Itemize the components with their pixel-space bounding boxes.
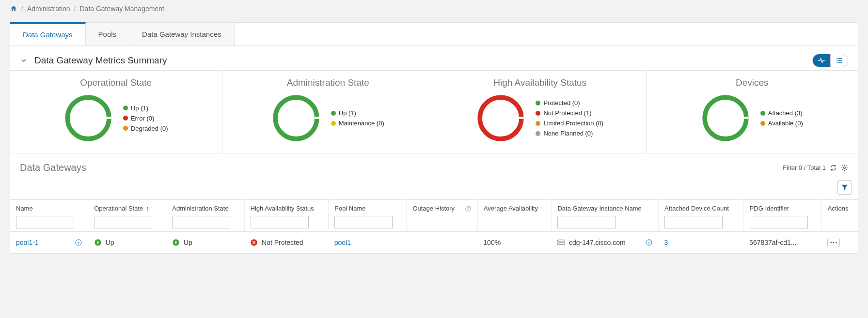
column-filter-input[interactable] — [172, 216, 230, 228]
gateway-name-link[interactable]: pool1-1 — [16, 239, 39, 246]
legend-item[interactable]: Maintenance (0) — [331, 120, 384, 127]
filter-icon — [841, 183, 849, 191]
donut-chart — [272, 94, 320, 142]
instance-name: cdg-147.cisco.com — [569, 239, 626, 246]
row-actions-button[interactable] — [827, 238, 840, 247]
svg-point-30 — [831, 242, 832, 243]
column-filter-input[interactable] — [664, 216, 723, 228]
column-header[interactable]: Attached Device Count — [659, 200, 744, 232]
pdg-id-cell: 567837af-cd1... — [743, 232, 821, 254]
avg-availability-cell: 100% — [477, 232, 552, 254]
donut-chart — [701, 94, 750, 142]
legend-item[interactable]: Up (1) — [123, 105, 168, 112]
svg-point-4 — [836, 60, 837, 61]
toggle-list-view[interactable] — [830, 54, 848, 67]
tab-instances[interactable]: Data Gateway Instances — [129, 23, 234, 45]
view-toggle — [812, 54, 848, 67]
breadcrumb-item[interactable]: Data Gateway Management — [79, 5, 164, 13]
ha-status-label: Not Protected — [262, 239, 303, 246]
svg-point-19 — [78, 241, 79, 241]
server-icon — [557, 239, 565, 246]
column-header[interactable]: Average Availability — [477, 200, 552, 232]
refresh-icon[interactable] — [830, 164, 837, 171]
admin-state-cell: Up — [172, 239, 238, 246]
status-error-icon — [250, 239, 258, 246]
column-filter-input[interactable] — [94, 216, 152, 228]
info-icon[interactable] — [645, 239, 653, 246]
column-label: Average Availability — [484, 205, 538, 212]
chart-card: Devices Attached (3) Available (0) — [647, 71, 858, 153]
column-filter-input[interactable] — [251, 216, 309, 228]
home-icon[interactable] — [10, 5, 17, 13]
legend-item[interactable]: Attached (3) — [760, 109, 803, 117]
column-header[interactable]: Administration State — [166, 200, 244, 232]
svg-point-26 — [559, 243, 559, 244]
column-header[interactable]: Data Gateway Instance Name — [552, 200, 659, 232]
column-header[interactable]: Actions — [821, 200, 858, 232]
legend-item[interactable]: Available (0) — [760, 120, 803, 127]
column-label: Name — [16, 205, 33, 212]
breadcrumb-sep: / — [21, 5, 23, 13]
column-header[interactable]: Pool Name — [329, 200, 407, 232]
legend-label: Up (1) — [131, 105, 148, 112]
svg-point-5 — [836, 62, 837, 63]
svg-point-6 — [67, 97, 109, 139]
svg-point-10 — [480, 97, 522, 139]
svg-point-29 — [648, 241, 649, 241]
column-header[interactable]: PDG Identifier — [743, 200, 821, 232]
pool-name-link[interactable]: pool1 — [334, 239, 351, 246]
tab-pools[interactable]: Pools — [86, 23, 130, 45]
table-header: Data Gateways Filter 0 / Total 1 — [10, 153, 858, 177]
column-filter-input[interactable] — [334, 216, 393, 228]
column-label: PDG Identifier — [750, 205, 789, 212]
toggle-chart-view[interactable] — [813, 54, 830, 67]
legend-item[interactable]: None Planned (0) — [536, 130, 603, 137]
legend-item[interactable]: Not Protected (1) — [536, 109, 603, 117]
legend-label: Not Protected (1) — [543, 109, 591, 117]
legend-label: Limited Protection (0) — [543, 120, 603, 127]
list-icon — [836, 57, 843, 64]
filter-bar — [10, 177, 858, 199]
chevron-down-icon[interactable] — [20, 57, 28, 64]
legend-item[interactable]: Up (1) — [331, 109, 384, 117]
data-gateway-table: NameOperational State ↑Administration St… — [10, 199, 858, 253]
legend-label: Protected (0) — [543, 99, 580, 106]
legend-label: Available (0) — [768, 120, 803, 127]
svg-point-8 — [275, 97, 317, 139]
chart-title: Administration State — [232, 77, 425, 88]
chart-legend: Attached (3) Available (0) — [760, 109, 803, 127]
column-filter-input[interactable] — [750, 216, 808, 228]
column-header[interactable]: Outage History ? — [407, 200, 477, 232]
svg-text:?: ? — [467, 207, 469, 210]
charts-row: Operational State Up (1) Error (0) Degra… — [10, 70, 858, 153]
chart-card: Administration State Up (1) Maintenance … — [222, 71, 435, 153]
help-icon[interactable]: ? — [465, 205, 472, 212]
column-header[interactable]: Name — [10, 200, 88, 232]
info-icon[interactable] — [75, 239, 82, 246]
legend-item[interactable]: Protected (0) — [536, 99, 603, 106]
legend-item[interactable]: Limited Protection (0) — [536, 120, 603, 127]
legend-item[interactable]: Error (0) — [123, 115, 168, 122]
legend-label: None Planned (0) — [543, 130, 593, 137]
column-header[interactable]: Operational State ↑ — [88, 200, 166, 232]
column-header[interactable]: High Availability Status — [244, 200, 329, 232]
svg-point-14 — [844, 167, 846, 169]
chart-card: Operational State Up (1) Error (0) Degra… — [10, 71, 222, 153]
column-filter-input[interactable] — [557, 216, 615, 228]
column-filter-input[interactable] — [16, 216, 74, 228]
activity-icon — [818, 57, 825, 64]
gear-icon[interactable] — [841, 164, 848, 171]
chart-card: High Availability Status Protected (0) N… — [434, 71, 647, 153]
breadcrumb-item[interactable]: Administration — [27, 5, 70, 13]
filter-button[interactable] — [837, 180, 852, 195]
column-label: Outage History — [412, 205, 455, 212]
attached-count-link[interactable]: 3 — [664, 239, 668, 246]
svg-point-32 — [836, 242, 837, 243]
chart-title: Operational State — [20, 77, 212, 88]
legend-dot — [331, 121, 336, 126]
ellipsis-icon — [830, 242, 837, 243]
legend-item[interactable]: Degraded (0) — [123, 125, 168, 132]
legend-label: Degraded (0) — [131, 125, 168, 132]
ha-status-cell: Not Protected — [250, 239, 323, 246]
tab-data-gateways[interactable]: Data Gateways — [10, 22, 86, 45]
